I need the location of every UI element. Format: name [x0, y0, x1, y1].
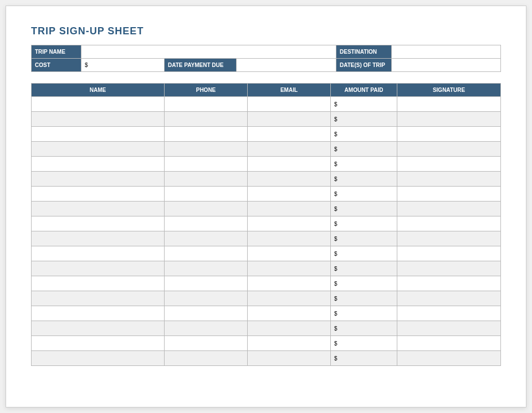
cell-phone[interactable] — [165, 246, 248, 261]
cell-amount[interactable]: $ — [331, 351, 397, 366]
cell-signature[interactable] — [397, 142, 501, 157]
cell-amount[interactable]: $ — [331, 142, 397, 157]
cell-signature[interactable] — [397, 321, 501, 336]
cell-phone[interactable] — [165, 172, 248, 187]
cell-name[interactable] — [32, 336, 165, 351]
cell-name[interactable] — [32, 291, 165, 306]
cell-email[interactable] — [248, 202, 331, 216]
cell-signature[interactable] — [397, 246, 501, 261]
dates-of-trip-value[interactable] — [392, 59, 501, 72]
cell-amount[interactable]: $ — [331, 202, 397, 216]
cell-amount[interactable]: $ — [331, 291, 397, 306]
cell-phone[interactable] — [165, 142, 248, 157]
cell-email[interactable] — [248, 336, 331, 351]
cell-signature[interactable] — [397, 351, 501, 366]
cell-name[interactable] — [32, 261, 165, 276]
cell-phone[interactable] — [165, 321, 248, 336]
trip-name-value[interactable] — [81, 45, 336, 59]
cell-email[interactable] — [248, 261, 331, 276]
cell-name[interactable] — [32, 246, 165, 261]
cell-signature[interactable] — [397, 127, 501, 142]
cell-email[interactable] — [248, 306, 331, 321]
cell-email[interactable] — [248, 351, 331, 366]
cell-amount[interactable]: $ — [331, 306, 397, 321]
cell-name[interactable] — [32, 187, 165, 202]
cell-signature[interactable] — [397, 306, 501, 321]
cell-amount[interactable]: $ — [331, 187, 397, 202]
cell-email[interactable] — [248, 246, 331, 261]
cell-phone[interactable] — [165, 202, 248, 216]
cell-phone[interactable] — [165, 276, 248, 291]
cell-email[interactable] — [248, 321, 331, 336]
cell-phone[interactable] — [165, 351, 248, 366]
cell-amount[interactable]: $ — [331, 216, 397, 231]
cell-signature[interactable] — [397, 231, 501, 246]
cell-signature[interactable] — [397, 202, 501, 216]
cell-name[interactable] — [32, 276, 165, 291]
table-row: $ — [32, 351, 501, 366]
cell-amount[interactable]: $ — [331, 321, 397, 336]
cell-name[interactable] — [32, 112, 165, 127]
cell-signature[interactable] — [397, 336, 501, 351]
col-name: NAME — [32, 84, 165, 97]
cell-amount[interactable]: $ — [331, 127, 397, 142]
cell-name[interactable] — [32, 127, 165, 142]
cell-amount[interactable]: $ — [331, 246, 397, 261]
cell-name[interactable] — [32, 306, 165, 321]
cell-signature[interactable] — [397, 187, 501, 202]
table-row: $ — [32, 112, 501, 127]
cell-email[interactable] — [248, 157, 331, 172]
cell-phone[interactable] — [165, 216, 248, 231]
cell-amount[interactable]: $ — [331, 231, 397, 246]
cell-amount[interactable]: $ — [331, 172, 397, 187]
cell-amount[interactable]: $ — [331, 261, 397, 276]
cell-signature[interactable] — [397, 261, 501, 276]
cell-email[interactable] — [248, 127, 331, 142]
cell-amount[interactable]: $ — [331, 157, 397, 172]
cell-phone[interactable] — [165, 112, 248, 127]
cell-signature[interactable] — [397, 216, 501, 231]
cell-signature[interactable] — [397, 291, 501, 306]
cell-name[interactable] — [32, 321, 165, 336]
cell-email[interactable] — [248, 142, 331, 157]
cost-value[interactable]: $ — [81, 59, 165, 72]
cell-name[interactable] — [32, 202, 165, 216]
cell-phone[interactable] — [165, 291, 248, 306]
cell-email[interactable] — [248, 172, 331, 187]
cell-name[interactable] — [32, 97, 165, 112]
cell-email[interactable] — [248, 187, 331, 202]
cell-phone[interactable] — [165, 187, 248, 202]
cell-email[interactable] — [248, 276, 331, 291]
cell-amount[interactable]: $ — [331, 97, 397, 112]
cell-phone[interactable] — [165, 306, 248, 321]
date-payment-due-value[interactable] — [237, 59, 336, 72]
cell-email[interactable] — [248, 231, 331, 246]
cell-phone[interactable] — [165, 127, 248, 142]
cell-name[interactable] — [32, 351, 165, 366]
cell-phone[interactable] — [165, 231, 248, 246]
cell-phone[interactable] — [165, 97, 248, 112]
cell-email[interactable] — [248, 216, 331, 231]
destination-value[interactable] — [392, 45, 501, 59]
cell-signature[interactable] — [397, 112, 501, 127]
signup-table: NAME PHONE EMAIL AMOUNT PAID SIGNATURE $… — [31, 83, 501, 366]
cell-name[interactable] — [32, 216, 165, 231]
cell-email[interactable] — [248, 291, 331, 306]
cell-name[interactable] — [32, 172, 165, 187]
cell-email[interactable] — [248, 112, 331, 127]
table-row: $ — [32, 216, 501, 231]
cell-phone[interactable] — [165, 336, 248, 351]
cell-name[interactable] — [32, 231, 165, 246]
cell-phone[interactable] — [165, 261, 248, 276]
cell-signature[interactable] — [397, 157, 501, 172]
cell-name[interactable] — [32, 142, 165, 157]
cell-email[interactable] — [248, 97, 331, 112]
cell-signature[interactable] — [397, 172, 501, 187]
cell-amount[interactable]: $ — [331, 336, 397, 351]
cell-phone[interactable] — [165, 157, 248, 172]
cell-amount[interactable]: $ — [331, 276, 397, 291]
cell-name[interactable] — [32, 157, 165, 172]
cell-amount[interactable]: $ — [331, 112, 397, 127]
cell-signature[interactable] — [397, 97, 501, 112]
cell-signature[interactable] — [397, 276, 501, 291]
